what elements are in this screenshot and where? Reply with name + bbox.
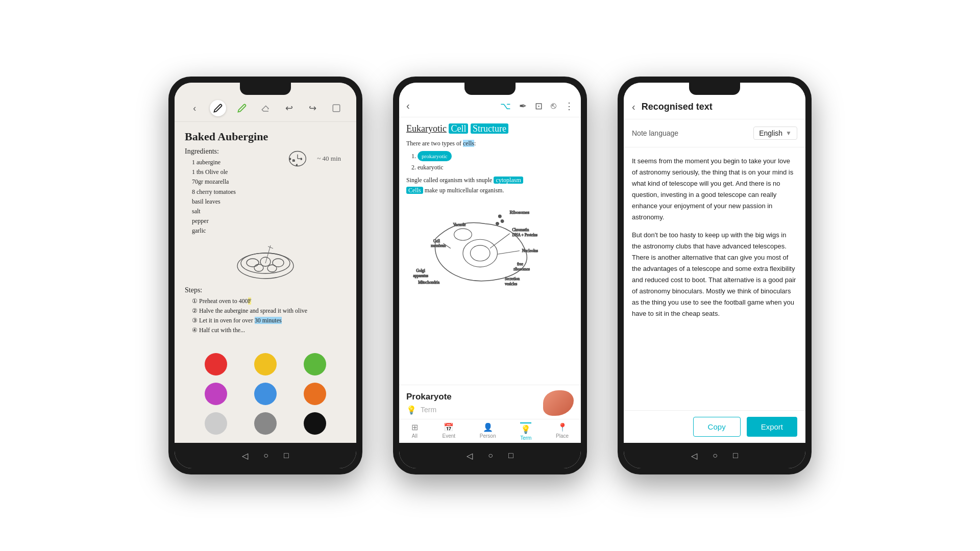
nav-recent-3[interactable]: □ — [733, 451, 738, 460]
svg-text:Secretion: Secretion — [505, 277, 520, 282]
color-palette — [175, 345, 356, 443]
nav-back-2[interactable]: ◁ — [467, 451, 473, 461]
more-icon[interactable]: ⋮ — [565, 101, 574, 112]
nav-all[interactable]: ⊞ All — [411, 422, 418, 441]
nav-home-3[interactable]: ○ — [713, 451, 718, 460]
eraser-tool[interactable] — [257, 100, 274, 116]
recognized-text-paragraph1: It seems from the moment you begin to ta… — [632, 156, 797, 223]
svg-text:vesicles: vesicles — [505, 282, 517, 286]
ingredient-5: basil leaves — [192, 197, 346, 207]
svg-rect-0 — [333, 105, 340, 112]
nav-recent[interactable]: □ — [284, 451, 289, 460]
svg-point-19 — [496, 222, 499, 226]
recipe-title: Baked Aubergine — [185, 130, 346, 143]
color-blue[interactable] — [254, 383, 277, 405]
share-network-icon[interactable]: ⌥ — [500, 101, 511, 112]
svg-text:Vacuole: Vacuole — [453, 223, 466, 228]
pen-tool[interactable] — [210, 100, 226, 116]
bacteria-image — [543, 390, 574, 416]
svg-point-21 — [470, 245, 490, 261]
svg-text:DNA + Proteins: DNA + Proteins — [512, 233, 537, 237]
svg-text:Golgi: Golgi — [416, 268, 425, 273]
ingredient-6: salt — [192, 207, 346, 216]
recognized-text: It seems from the moment you begin to ta… — [624, 147, 805, 410]
nav-home-2[interactable]: ○ — [488, 451, 493, 460]
eu-body1: Single called organism with snuple cytop… — [406, 175, 574, 185]
svg-point-31 — [454, 229, 472, 240]
back-button[interactable]: ‹ — [186, 100, 203, 116]
nav-person-label: Person — [480, 433, 496, 439]
lang-value: English — [759, 129, 782, 137]
nav-person[interactable]: 👤 Person — [480, 422, 496, 441]
phone1-content: Baked Aubergine 12 3 6 9 ~ 40 min — [175, 122, 356, 345]
pen-icon[interactable]: ✒ — [519, 101, 527, 112]
ingredient-3: 70gr mozarella — [192, 177, 346, 187]
lang-select[interactable]: English ▼ — [753, 127, 797, 140]
phone-2: ‹ ⌥ ✒ ⊡ ⎋ ⋮ Eukaryotic Cell Structure Th… — [393, 77, 587, 474]
p3-back-button[interactable]: ‹ — [632, 101, 635, 113]
color-gray[interactable] — [254, 412, 277, 435]
eu-item2: 2. eukaryotic — [411, 162, 574, 172]
undo-button[interactable]: ↩ — [281, 100, 297, 116]
phone-1: ‹ ↩ ↪ Baked Aubergine — [168, 77, 362, 474]
eu-subtitle: There are two types of cells: — [406, 138, 574, 148]
layers-button[interactable] — [328, 100, 345, 116]
svg-point-10 — [247, 259, 259, 267]
phone2-nav: ⊞ All 📅 Event 👤 Person 💡 Term 📍 Pl — [399, 419, 581, 443]
color-green[interactable] — [304, 353, 326, 375]
phone3-actions: Copy Export — [624, 410, 805, 443]
color-black[interactable] — [304, 412, 326, 435]
step-2: ② Halve the aubergine and spread it with… — [192, 306, 346, 316]
copy-button[interactable]: Copy — [693, 417, 741, 437]
svg-text:free: free — [517, 262, 524, 267]
svg-point-13 — [254, 264, 263, 271]
svg-point-18 — [501, 220, 504, 223]
eu-body2: Cells make up multicellular organism. — [406, 185, 574, 195]
prokaryote-label: Prokaryote — [406, 392, 452, 402]
notch-3 — [689, 83, 740, 95]
color-orange[interactable] — [304, 383, 326, 405]
p2-back-button[interactable]: ‹ — [406, 100, 410, 112]
nav-place[interactable]: 📍 Place — [556, 422, 569, 441]
export-button[interactable]: Export — [747, 417, 797, 437]
color-yellow[interactable] — [254, 353, 277, 375]
color-light-gray[interactable] — [205, 412, 227, 435]
nav-all-label: All — [412, 433, 418, 439]
phone3-nav-bar: ◁ ○ □ — [624, 443, 805, 468]
nav-home[interactable]: ○ — [263, 451, 268, 460]
phone1-nav: ◁ ○ □ — [175, 443, 356, 468]
nav-place-label: Place — [556, 433, 569, 439]
nav-term[interactable]: 💡 Term — [520, 422, 531, 441]
phone2-toolbar: ‹ ⌥ ✒ ⊡ ⎋ ⋮ — [399, 95, 581, 117]
step-3: ③ Let it in oven for over 30 minutes — [192, 316, 346, 325]
svg-line-15 — [268, 246, 273, 248]
marker-tool[interactable] — [234, 100, 250, 116]
nav-back[interactable]: ◁ — [242, 451, 248, 461]
phone3-header: ‹ Recognised text — [624, 95, 805, 119]
eu-title: Eukaryotic Cell Structure — [406, 122, 574, 135]
redo-button[interactable]: ↪ — [305, 100, 321, 116]
chevron-down-icon: ▼ — [786, 130, 792, 137]
term-placeholder: Term — [421, 406, 436, 414]
color-red[interactable] — [205, 353, 227, 375]
phone1-toolbar: ‹ ↩ ↪ — [175, 95, 356, 122]
nav-recent-2[interactable]: □ — [508, 451, 513, 460]
svg-text:12: 12 — [292, 159, 295, 162]
phone2-nav-bar: ◁ ○ □ — [399, 443, 581, 468]
term-input[interactable]: 💡 Term — [406, 405, 452, 415]
nav-back-3[interactable]: ◁ — [691, 451, 697, 461]
svg-line-29 — [497, 251, 519, 255]
svg-text:Mitochondria: Mitochondria — [418, 281, 440, 285]
nav-term-label: Term — [520, 435, 531, 441]
svg-text:Chromatin: Chromatin — [512, 228, 529, 232]
phone3-title: Recognised text — [642, 102, 713, 112]
recognized-text-paragraph2: But don't be too hasty to keep up with t… — [632, 230, 797, 320]
svg-text:apparatus: apparatus — [413, 273, 429, 278]
svg-line-24 — [490, 234, 510, 248]
export-icon[interactable]: ⊡ — [535, 101, 543, 112]
svg-text:Ribosomes: Ribosomes — [510, 210, 530, 215]
step-1: ① Preheat oven to 400F — [192, 296, 346, 306]
nav-event[interactable]: 📅 Event — [443, 422, 456, 441]
color-purple[interactable] — [205, 383, 227, 405]
share-icon[interactable]: ⎋ — [551, 101, 556, 112]
